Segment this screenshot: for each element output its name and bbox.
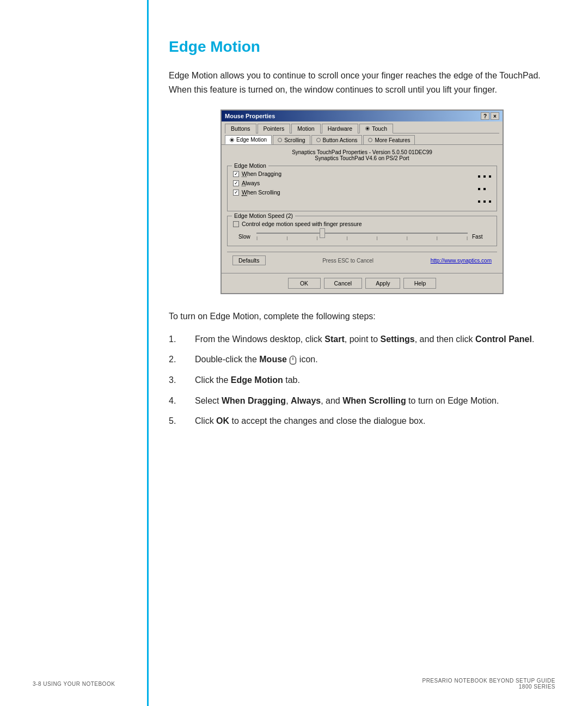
tab-buttons[interactable]: Buttons [225,124,256,133]
cancel-button[interactable]: Cancel [324,278,363,289]
step-1-text: From the Windows desktop, click Start, p… [195,332,555,346]
step-5: Click OK to accept the changes and close… [169,414,555,428]
speed-checkbox-row: Control edge motion speed with finger pr… [233,221,491,227]
footer-left: 3-8 Using Your Notebook [33,681,115,687]
step-1-control-panel: Control Panel [475,334,532,344]
tick-5: | [377,235,378,240]
tick-4: | [346,235,347,240]
dot-6 [478,200,480,203]
step-5-ok: OK [216,416,229,425]
dot-4 [478,188,480,190]
intro-paragraph: Edge Motion allows you to continue to sc… [169,69,555,96]
dialog-tabs-row1: Buttons Pointers Motion Hardware Touch [225,124,499,133]
synaptics-link[interactable]: http://www.synaptics.com [431,258,492,264]
dot-5 [483,188,486,190]
step-4-text: Select When Dragging, Always, and When S… [195,394,555,408]
button-actions-radio-icon [316,138,321,142]
dots-row-2 [478,184,491,194]
checkbox-when-scrolling-box[interactable]: ✓ [233,190,239,196]
dot-7 [483,200,486,203]
slider-ticks: | | | | | | | | [256,235,468,240]
speed-slider-area: Slow | | | | | [233,233,491,240]
dots-row-3 [478,197,491,206]
tab-touch[interactable]: Touch [359,124,393,133]
checkbox-when-scrolling-label: When Scrolling [242,189,280,196]
checkbox-always-label: Always [242,180,260,186]
steps-intro: To turn on Edge Motion, complete the fol… [169,309,555,324]
step-1-settings: Settings [381,334,415,344]
edge-motion-radio-icon [230,138,234,142]
tab-more-features[interactable]: More Features [363,135,415,144]
footer-right-line2: 1800 Series [422,684,555,690]
speed-checkbox-label: Control edge motion speed with finger pr… [242,221,362,227]
step-4-when-scrolling: When Scrolling [342,396,406,405]
tab-edge-motion[interactable]: Edge Motion [225,135,272,144]
edge-motion-group-inner: ✓ When Dragging ✓ Always ✓ When Scrollin… [233,171,491,206]
speed-group: Edge Motion Speed (2) Control edge motio… [227,216,497,246]
dialog-info-text: Synaptics TouchPad Properties - Version … [227,149,497,161]
tick-7: | [437,235,438,240]
checkboxes-col: ✓ When Dragging ✓ Always ✓ When Scrollin… [233,171,473,206]
dialog-title: Mouse Properties [225,113,275,119]
more-features-radio-icon [368,138,372,142]
slider-handle[interactable] [320,228,325,238]
apply-button[interactable]: Apply [365,278,400,289]
dialog-ok-bar: OK Cancel Apply Help [222,273,503,293]
checkbox-when-dragging-box[interactable]: ✓ [233,171,239,177]
step-4-when-dragging: When Dragging [222,396,286,405]
defaults-button[interactable]: Defaults [232,255,266,265]
page-container: Edge Motion Edge Motion allows you to co… [0,0,588,706]
page-footer: 3-8 Using Your Notebook Presario Noteboo… [33,678,555,690]
tab-button-actions[interactable]: Button Actions [311,135,363,144]
step-3-edge-motion: Edge Motion [231,375,283,385]
ok-button[interactable]: OK [288,278,321,289]
dot-8 [489,200,491,203]
steps-list: From the Windows desktop, click Start, p… [169,332,555,428]
speed-group-label: Edge Motion Speed (2) [232,212,295,219]
dialog-titlebar-buttons: ? × [481,112,499,120]
step-1: From the Windows desktop, click Start, p… [169,332,555,346]
dialog-tabs-outer: Buttons Pointers Motion Hardware Touch [222,121,503,144]
page-title: Edge Motion [169,38,555,56]
checkbox-when-dragging-label: When Dragging [242,171,281,177]
dot-3 [489,175,491,178]
help-button[interactable]: Help [403,278,436,289]
tick-2: | [286,235,287,240]
speed-checkbox[interactable] [233,221,239,227]
step-2: Double-click the Mouse icon. [169,352,555,367]
tick-8: | [467,235,468,240]
step-2-mouse: Mouse [259,355,287,364]
dialog-body: Synaptics TouchPad Properties - Version … [222,144,503,273]
dialog-tabs-row2: Edge Motion Scrolling Button Actions [225,133,499,144]
footer-right: Presario Notebook Beyond Setup Guide 180… [422,678,555,690]
mouse-icon [290,356,296,364]
tick-1: | [256,235,258,240]
edge-motion-group-label: Edge Motion [232,162,268,169]
dot-2 [483,175,486,178]
dots-row-1 [478,172,491,181]
tab-motion[interactable]: Motion [291,124,321,133]
dialog-screenshot-container: Mouse Properties ? × Buttons Pointers Mo… [169,109,555,294]
tab-hardware[interactable]: Hardware [322,124,359,133]
step-1-start: Start [324,334,344,344]
tab-pointers[interactable]: Pointers [258,124,291,133]
step-2-text: Double-click the Mouse icon. [195,352,555,367]
scrolling-radio-icon [278,138,282,142]
left-bar-decoration [147,0,149,706]
dialog-titlebar: Mouse Properties ? × [222,111,503,121]
dialog-help-button[interactable]: ? [481,112,489,120]
checkbox-when-dragging: ✓ When Dragging [233,171,473,177]
step-4: Select When Dragging, Always, and When S… [169,394,555,408]
content-area: Edge Motion Edge Motion allows you to co… [169,0,555,706]
tab-scrolling[interactable]: Scrolling [273,135,310,144]
step-4-always: Always [291,396,321,405]
slider-fast-label: Fast [472,234,486,240]
edge-motion-group: Edge Motion ✓ When Dragging ✓ Always [227,166,497,211]
slider-track[interactable] [256,233,468,234]
checkbox-always-box[interactable]: ✓ [233,180,239,186]
dialog-close-button[interactable]: × [491,112,499,120]
checkbox-when-scrolling: ✓ When Scrolling [233,189,473,196]
touch-radio-icon [365,126,370,131]
step-5-text: Click OK to accept the changes and close… [195,414,555,428]
tick-3: | [316,235,317,240]
